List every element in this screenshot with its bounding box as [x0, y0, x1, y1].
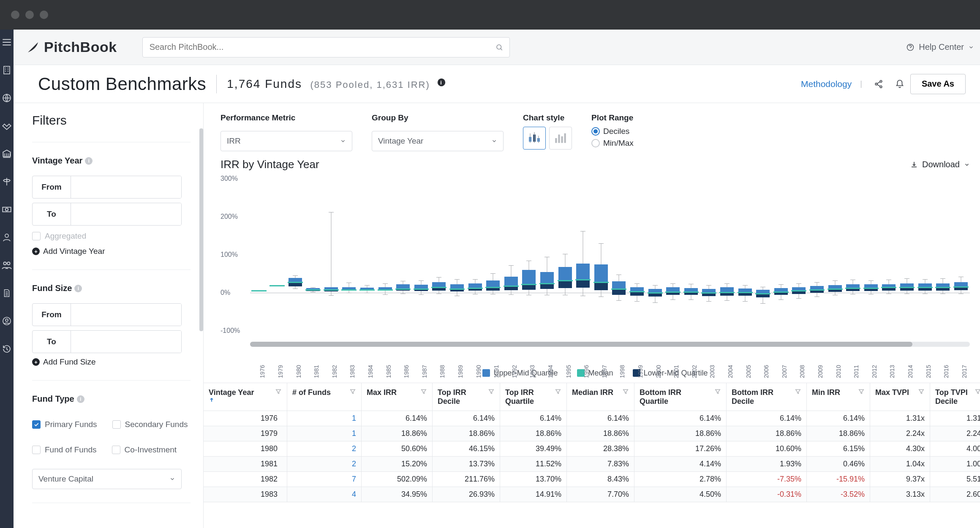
search-input[interactable] [142, 37, 510, 57]
filter-icon[interactable] [714, 388, 721, 395]
column-header[interactable]: # of Funds [287, 383, 362, 411]
hamburger-icon[interactable] [0, 35, 14, 49]
column-header[interactable]: Bottom IRR Decile [727, 383, 807, 411]
fundsize-from-input[interactable]: From [32, 303, 182, 326]
filter-icon[interactable] [275, 388, 282, 395]
box-plot-column[interactable] [864, 179, 878, 331]
column-header[interactable]: Top IRR Decile [433, 383, 500, 411]
help-center-button[interactable]: Help Center [906, 42, 974, 52]
column-header[interactable]: Top TVPI Decile [930, 383, 980, 411]
box-plot-column[interactable] [900, 179, 914, 331]
box-plot-column[interactable] [558, 179, 572, 331]
group-by-select[interactable]: Vintage Year [372, 131, 504, 151]
chart-style-box-button[interactable] [523, 127, 546, 150]
add-vintage-year-button[interactable]: +Add Vintage Year [32, 247, 191, 256]
fund-type-select[interactable]: Venture Capital [32, 469, 182, 489]
table-cell[interactable]: 1 [287, 411, 362, 426]
brand-logo[interactable]: PitchBook [26, 39, 117, 55]
column-header[interactable]: Max TVPI [870, 383, 930, 411]
plot-range-deciles-radio[interactable]: Deciles [591, 127, 634, 136]
box-plot-column[interactable] [324, 179, 338, 331]
box-plot-column[interactable] [774, 179, 788, 331]
filter-icon[interactable] [622, 388, 629, 395]
perf-metric-select[interactable]: IRR [220, 131, 352, 151]
box-plot-column[interactable] [360, 179, 374, 331]
building-icon[interactable] [0, 63, 14, 77]
scrollbar[interactable] [199, 128, 203, 331]
column-header[interactable]: Top IRR Quartile [500, 383, 567, 411]
user-icon[interactable] [0, 231, 14, 244]
box-plot-column[interactable] [342, 179, 356, 331]
cash-icon[interactable] [0, 203, 14, 216]
box-plot-column[interactable] [576, 179, 590, 331]
methodology-link[interactable]: Methodology [801, 79, 852, 89]
plot-range-minmax-radio[interactable]: Min/Max [591, 139, 634, 148]
fund-type-checkbox[interactable]: Co-Investment [112, 445, 177, 455]
box-plot-column[interactable] [936, 179, 950, 331]
box-plot-column[interactable] [648, 179, 662, 331]
table-cell[interactable]: 7 [287, 472, 362, 487]
box-plot-column[interactable] [504, 179, 518, 331]
chart-scrollbar[interactable] [250, 342, 970, 347]
filter-icon[interactable] [975, 388, 980, 395]
box-plot-column[interactable] [792, 179, 806, 331]
box-plot-column[interactable] [450, 179, 464, 331]
fundsize-to-input[interactable]: To [32, 330, 182, 353]
filter-icon[interactable] [795, 388, 801, 395]
filter-icon[interactable] [555, 388, 561, 395]
box-plot-column[interactable] [396, 179, 410, 331]
box-plot-column[interactable] [738, 179, 752, 331]
table-cell[interactable]: 2 [287, 441, 362, 457]
box-plot-column[interactable] [378, 179, 392, 331]
box-plot-column[interactable] [846, 179, 860, 331]
box-plot-column[interactable] [414, 179, 428, 331]
box-plot-column[interactable] [468, 179, 482, 331]
column-header[interactable]: Min IRR [807, 383, 870, 411]
share-icon[interactable] [874, 79, 883, 89]
box-plot-column[interactable] [306, 179, 320, 331]
box-plot-column[interactable] [289, 179, 302, 331]
fund-type-checkbox[interactable]: Primary Funds [32, 420, 97, 429]
bank-icon[interactable] [0, 147, 14, 161]
vintage-to-input[interactable]: To [32, 203, 182, 226]
info-icon[interactable]: i [77, 395, 84, 403]
column-header[interactable]: Bottom IRR Quartile [634, 383, 727, 411]
box-plot-column[interactable] [720, 179, 734, 331]
handshake-icon[interactable] [0, 119, 14, 133]
column-header[interactable]: Vintage Year [204, 383, 287, 411]
leaf-icon[interactable] [0, 175, 14, 188]
box-plot-column[interactable] [252, 179, 266, 331]
chart-style-bar-button[interactable] [549, 127, 572, 150]
account-icon[interactable] [0, 314, 14, 328]
box-plot-column[interactable] [522, 179, 536, 331]
box-plot-column[interactable] [612, 179, 626, 331]
box-plot-column[interactable] [756, 179, 770, 331]
globe-icon[interactable] [0, 91, 14, 105]
filter-icon[interactable] [858, 388, 865, 395]
box-plot-column[interactable] [918, 179, 932, 331]
table-cell[interactable]: 2 [287, 457, 362, 472]
vintage-from-input[interactable]: From [32, 176, 182, 199]
history-icon[interactable] [0, 342, 14, 356]
box-plot-column[interactable] [486, 179, 500, 331]
box-plot-column[interactable] [810, 179, 824, 331]
save-as-button[interactable]: Save As [910, 74, 966, 94]
box-plot-column[interactable] [684, 179, 698, 331]
box-plot-column[interactable] [954, 179, 968, 331]
column-header[interactable]: Median IRR [567, 383, 634, 411]
fund-type-checkbox[interactable]: Fund of Funds [32, 445, 97, 455]
box-plot-column[interactable] [666, 179, 680, 331]
box-plot-column[interactable] [702, 179, 716, 331]
info-icon[interactable]: i [74, 285, 82, 292]
box-plot-column[interactable] [828, 179, 842, 331]
box-plot-column[interactable] [630, 179, 644, 331]
filter-icon[interactable] [918, 388, 925, 395]
traffic-light-max[interactable] [40, 11, 48, 19]
info-circle-icon[interactable]: i [437, 78, 446, 87]
box-plot-column[interactable] [270, 179, 284, 331]
box-plot-column[interactable] [540, 179, 554, 331]
add-fund-size-button[interactable]: +Add Fund Size [32, 357, 191, 367]
box-plot-column[interactable] [594, 179, 608, 331]
info-icon[interactable]: i [85, 157, 93, 165]
filter-icon[interactable] [488, 388, 495, 395]
